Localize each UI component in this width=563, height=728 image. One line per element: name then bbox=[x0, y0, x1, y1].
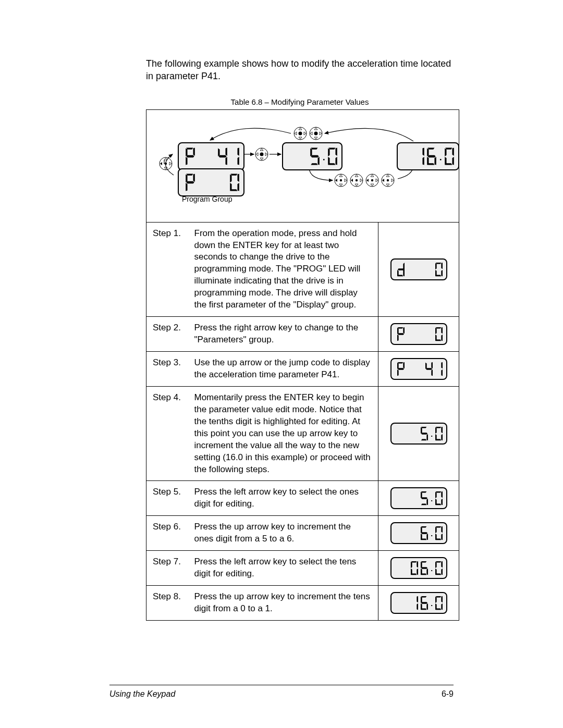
keypad-nav-icon bbox=[334, 174, 348, 187]
step-text: Press the up arrow key to increment the … bbox=[188, 516, 378, 551]
step-text: Press the left arrow key to select the t… bbox=[188, 551, 378, 586]
step-label: Step 8. bbox=[153, 591, 183, 601]
table-row: Step 3. Use the up arrow or the jump cod… bbox=[146, 352, 459, 387]
table-row: Step 1. From the operation mode, press a… bbox=[146, 222, 459, 317]
lcd-display bbox=[390, 592, 447, 614]
lcd-5-0 bbox=[282, 142, 342, 170]
step-text: Press the left arrow key to select the o… bbox=[188, 481, 378, 516]
keypad-nav-icon bbox=[350, 174, 363, 187]
keypad-nav-icon bbox=[365, 174, 379, 187]
keypad-nav-icon bbox=[381, 174, 395, 187]
step-label: Step 7. bbox=[153, 557, 183, 566]
footer-page-number: 6-9 bbox=[442, 689, 454, 699]
step-label: Step 1. bbox=[153, 228, 183, 238]
table-row: Step 6. Press the up arrow key to increm… bbox=[146, 516, 459, 551]
step-label: Step 4. bbox=[153, 392, 183, 402]
diagram-row: Program Group bbox=[146, 109, 459, 222]
step-text: Momentarily press the ENTER key to begin… bbox=[188, 386, 378, 481]
lcd-display bbox=[390, 557, 447, 579]
program-group-label: Program Group bbox=[182, 194, 232, 204]
intro-text: The following example shows how to modif… bbox=[146, 57, 454, 83]
step-text: From the operation mode, press and hold … bbox=[188, 222, 378, 317]
keypad-nav-icon bbox=[159, 157, 173, 170]
step-text: Press the up arrow key to increment the … bbox=[188, 586, 378, 621]
lcd-display bbox=[390, 423, 447, 445]
flow-diagram: Program Group bbox=[153, 115, 452, 214]
lcd-display bbox=[390, 258, 447, 280]
table-row: Step 5. Press the left arrow key to sele… bbox=[146, 481, 459, 516]
lcd-display bbox=[390, 323, 447, 345]
footer-section: Using the Keypad bbox=[109, 689, 175, 699]
lcd-p0 bbox=[178, 168, 244, 196]
step-label: Step 6. bbox=[153, 522, 183, 532]
keypad-enter-icon bbox=[255, 147, 268, 161]
step-text: Use the up arrow or the jump code to dis… bbox=[188, 352, 378, 387]
table-row: Step 2. Press the right arrow key to cha… bbox=[146, 317, 459, 352]
table-row: Step 4. Momentarily press the ENTER key … bbox=[146, 386, 459, 481]
lcd-display bbox=[390, 358, 447, 380]
table-caption: Table 6.8 – Modifying Parameter Values bbox=[146, 97, 454, 106]
lcd-display bbox=[390, 522, 447, 544]
table-row: Step 7. Press the left arrow key to sele… bbox=[146, 551, 459, 586]
lcd-display bbox=[390, 487, 447, 509]
step-label: Step 5. bbox=[153, 487, 183, 497]
step-text: Press the right arrow key to change to t… bbox=[188, 317, 378, 352]
steps-table: Program Group bbox=[146, 109, 459, 621]
step-label: Step 2. bbox=[153, 323, 183, 332]
keypad-enter-icon bbox=[293, 127, 307, 140]
lcd-p41 bbox=[178, 142, 244, 170]
lcd-16-0 bbox=[397, 142, 459, 170]
step-label: Step 3. bbox=[153, 357, 183, 367]
keypad-enter-icon bbox=[309, 127, 323, 140]
page-footer: Using the Keypad 6-9 bbox=[109, 685, 454, 699]
table-row: Step 8. Press the up arrow key to increm… bbox=[146, 586, 459, 621]
